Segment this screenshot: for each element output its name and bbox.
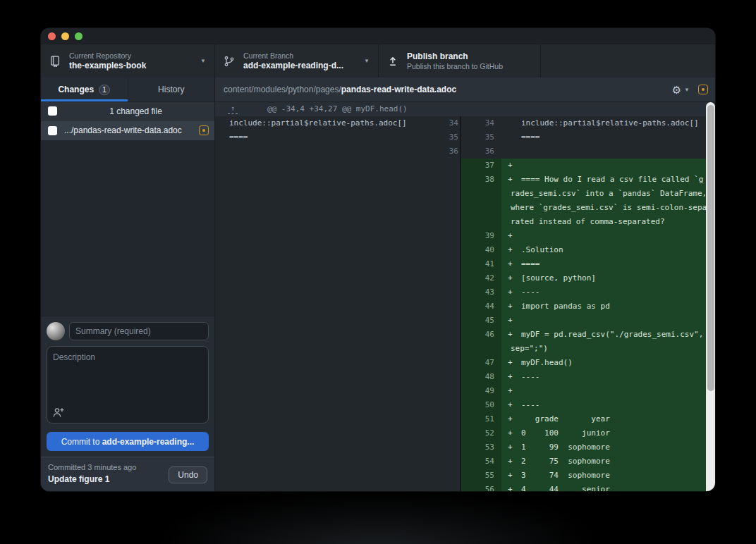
diff-new-side: 47+myDF.head() <box>460 356 715 370</box>
diff-old-line-number <box>430 243 458 257</box>
repository-label: Current Repository <box>69 51 146 61</box>
modified-status-icon <box>698 85 708 94</box>
diff-new-side: 34include::partial$relative-paths.adoc[] <box>460 116 715 130</box>
repo-book-icon <box>49 56 61 67</box>
diff-new-line-number: 36 <box>461 144 501 159</box>
minimize-window-button[interactable] <box>61 32 69 40</box>
diff-add-marker: + <box>501 229 521 243</box>
diff-row: 39+ <box>215 229 715 243</box>
file-row[interactable]: .../pandas-read-write-data.adoc <box>41 120 214 140</box>
diff-add-marker <box>501 144 521 159</box>
diff-old-line-number <box>430 412 458 426</box>
diff-old-line-number <box>430 455 458 469</box>
diff-row: 44+import pandas as pd <box>215 299 715 314</box>
branch-name: add-example-reading-d... <box>243 61 343 71</box>
undo-button[interactable]: Undo <box>169 466 207 483</box>
current-branch-button[interactable]: Current Branch add-example-reading-d... … <box>215 44 379 78</box>
chevron-down-icon: ▼ <box>358 58 370 64</box>
diff-old-text <box>215 229 430 243</box>
diff-new-side: 53+1 99 sophomore <box>460 440 715 455</box>
diff-add-marker: + <box>501 257 521 271</box>
diff-add-marker: + <box>501 328 521 342</box>
diff-new-line-number: 42 <box>461 271 501 285</box>
diff-old-line-number <box>430 398 458 412</box>
diff-old-line-number: 36 <box>430 144 458 159</box>
diff-new-text: myDF.head() <box>521 356 715 370</box>
diff-new-text <box>521 229 715 243</box>
diff-new-line-number: 52 <box>461 426 501 440</box>
diff-new-text: grade year <box>521 412 715 426</box>
diff-row: 53+1 99 sophomore <box>215 440 715 455</box>
zoom-window-button[interactable] <box>75 32 83 40</box>
diff-new-line-number: 55 <box>461 469 501 483</box>
diff-new-line-number: 45 <box>461 314 501 328</box>
commit-description-input[interactable] <box>47 347 208 406</box>
diff-row: 50+---- <box>215 398 715 412</box>
diff-new-side: 44+import pandas as pd <box>460 299 715 314</box>
diff-add-marker: + <box>501 455 521 469</box>
app-window: Current Repository the-examples-book ▼ <box>41 28 715 491</box>
diff-new-side: 54+2 75 sophomore <box>460 455 715 469</box>
toolbar: Current Repository the-examples-book ▼ <box>41 44 715 78</box>
diff-new-text <box>521 384 715 398</box>
diff-new-text: [source, python] <box>521 271 715 285</box>
diff-new-side: 35==== <box>460 130 715 144</box>
diff-new-side: rades_semi.csv` into a `pandas` DataFram… <box>460 187 715 201</box>
file-checkbox[interactable] <box>48 126 57 135</box>
diff-new-text: 4 44 senior <box>521 483 715 491</box>
diff-add-marker: + <box>501 285 521 299</box>
diff-new-text: import pandas as pd <box>521 299 715 314</box>
diff-old-line-number <box>430 285 458 299</box>
diff-old-text: include::partial$relative-paths.adoc[] <box>215 116 430 130</box>
diff-old-line-number <box>430 159 458 173</box>
diff-row: rades_semi.csv` into a `pandas` DataFram… <box>215 187 715 201</box>
modified-status-icon <box>199 125 209 135</box>
sidebar-tabs: Changes 1 History <box>41 78 214 102</box>
diff-body: ↑@@ -34,4 +34,27 @@ myDF.head()include::… <box>215 102 715 491</box>
diff-add-marker: + <box>501 299 521 314</box>
diff-new-text: rated instead of comma-separated? <box>501 215 715 229</box>
diff-new-line-number: 51 <box>461 412 501 426</box>
scrollbar-thumb[interactable] <box>707 105 714 391</box>
file-path-name: pandas-read-write-data.adoc <box>341 85 456 94</box>
diff-old-text <box>215 144 430 159</box>
diff-old-line-number <box>430 229 458 243</box>
diff-row: 54+2 75 sophomore <box>215 455 715 469</box>
diff-new-text: include::partial$relative-paths.adoc[] <box>521 116 715 130</box>
expand-hunk-icon[interactable]: ↑ <box>228 104 238 114</box>
diff-scrollbar[interactable] <box>706 102 715 491</box>
diff-new-line-number: 35 <box>461 130 501 144</box>
diff-new-text: ==== How do I read a csv file called `g <box>521 173 715 187</box>
diff-pane: content/modules/python/pages/pandas-read… <box>215 78 715 491</box>
current-repository-button[interactable]: Current Repository the-examples-book ▼ <box>41 44 215 78</box>
diff-old-line-number <box>430 440 458 455</box>
toolbar-spacer <box>541 44 715 78</box>
diff-new-text: 0 100 junior <box>521 426 715 440</box>
diff-new-side: 45+ <box>460 314 715 328</box>
diff-new-side: 52+0 100 junior <box>460 426 715 440</box>
chevron-down-icon: ▼ <box>195 58 206 64</box>
diff-old-text <box>215 285 430 299</box>
diff-row: 45+ <box>215 314 715 328</box>
diff-new-side: 49+ <box>460 384 715 398</box>
select-all-checkbox[interactable] <box>48 106 57 116</box>
publish-branch-button[interactable]: Publish branch Publish this branch to Gi… <box>379 44 541 78</box>
diff-old-line-number <box>430 187 458 201</box>
diff-new-text <box>521 144 715 159</box>
commit-summary-input[interactable] <box>69 322 209 340</box>
add-coauthor-icon[interactable] <box>53 407 64 418</box>
chevron-down-icon: ▼ <box>684 87 690 93</box>
diff-new-side: 46+myDF = pd.read_csv("./grades_semi.csv… <box>460 328 715 342</box>
commit-button[interactable]: Commit to add-example-reading... <box>47 432 209 451</box>
diff-old-text <box>215 426 430 440</box>
close-window-button[interactable] <box>48 32 56 40</box>
title-bar[interactable] <box>41 28 715 44</box>
tab-history[interactable]: History <box>128 78 215 101</box>
diff-options-button[interactable]: ⚙ ▼ <box>672 85 690 95</box>
diff-new-side: 40+.Solution <box>460 243 715 257</box>
diff-new-line-number: 49 <box>461 384 501 398</box>
hunk-header-text: @@ -34,4 +34,27 @@ myDF.head() <box>267 102 408 116</box>
diff-new-side: 37+ <box>460 159 715 173</box>
changed-files-count: 1 changed file <box>64 106 207 116</box>
tab-changes[interactable]: Changes 1 <box>41 78 128 101</box>
